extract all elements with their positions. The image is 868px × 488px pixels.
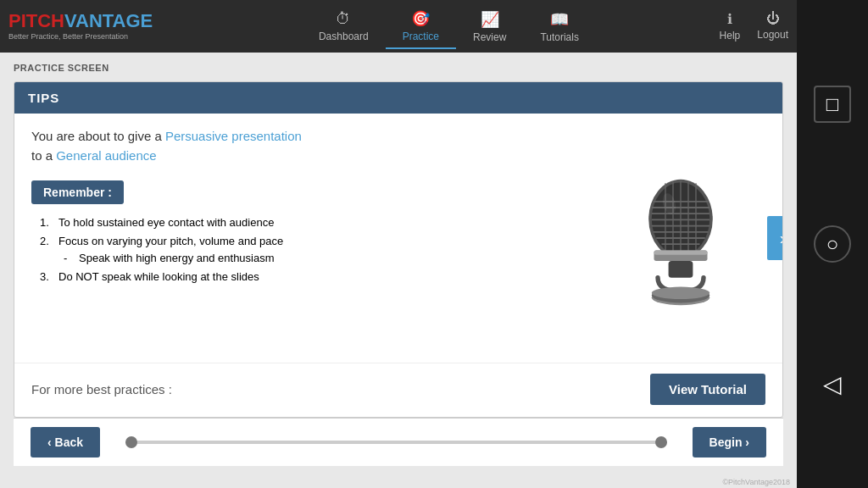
practice-icon: 🎯 [411, 9, 430, 28]
card-body: You are about to give a Persuasive prese… [14, 114, 782, 363]
footer-practices-text: For more best practices : [31, 382, 172, 396]
help-icon: ℹ [727, 11, 732, 27]
nav-item-dashboard[interactable]: ⏱ Dashboard [302, 5, 386, 47]
tip-sub-item: - Speak with high energy and enthusiasm [40, 252, 596, 264]
nav-item-tutorials[interactable]: 📖 Tutorials [523, 5, 596, 48]
intro-link-audience: General audience [56, 148, 156, 163]
svg-rect-17 [669, 261, 693, 278]
review-icon: 📈 [481, 10, 499, 29]
begin-button[interactable]: Begin › [693, 427, 766, 458]
dashboard-icon: ⏱ [336, 10, 351, 28]
logo-text: PITCHVANTAGE [8, 12, 153, 30]
intro-static2: to a [31, 148, 53, 163]
tip-sub-dash: - [64, 252, 79, 264]
tip-text-3: Do NOT speak while looking at the slides [58, 270, 259, 283]
nav-label-logout: Logout [757, 29, 788, 41]
card-left: You are about to give a Persuasive prese… [31, 127, 596, 349]
svg-rect-16 [654, 250, 708, 254]
nav-right: ℹ Help ⏻ Logout [720, 11, 788, 42]
microphone-illustration [613, 162, 748, 314]
back-triangle-icon[interactable]: ◁ [814, 365, 851, 402]
tip-text-2: Focus on varying your pitch, volume and … [58, 235, 283, 247]
remember-badge: Remember : [31, 180, 124, 204]
tip-num-1: 1. [40, 216, 58, 229]
tip-num-3: 3. [40, 270, 58, 283]
progress-dot-left [125, 436, 137, 448]
circle-icon[interactable]: ○ [814, 225, 851, 263]
tutorials-icon: 📖 [550, 10, 569, 29]
copyright: ©PitchVantage2018 [0, 476, 797, 488]
content: PRACTICE SCREEN TIPS You are about to gi… [0, 53, 797, 476]
tip-sub-text: Speak with high energy and enthusiasm [79, 252, 275, 264]
nav-links: ⏱ Dashboard 🎯 Practice 📈 Review 📖 Tutori… [178, 4, 719, 49]
card-title: TIPS [14, 82, 782, 114]
svg-point-20 [652, 287, 709, 299]
card-footer: For more best practices : View Tutorial [14, 363, 782, 417]
nav-label-dashboard: Dashboard [319, 30, 369, 42]
tip-item-1: 1. To hold sustained eye contact with au… [40, 216, 596, 229]
intro-static1: You are about to give a [31, 129, 162, 143]
logo-vantage: VANTAGE [64, 10, 153, 31]
back-button[interactable]: ‹ Back [31, 427, 100, 458]
logout-icon: ⏻ [766, 11, 780, 26]
square-icon[interactable]: □ [814, 86, 851, 123]
navbar: PITCHVANTAGE Better Practice, Better Pre… [0, 0, 797, 53]
tip-num-2: 2. [40, 235, 58, 247]
nav-help[interactable]: ℹ Help [720, 11, 741, 42]
tips-list-container: 1. To hold sustained eye contact with au… [31, 216, 596, 289]
nav-label-practice: Practice [403, 30, 439, 42]
bottom-bar: ‹ Back Begin › [14, 418, 783, 466]
right-panel: □ ○ ◁ [797, 0, 868, 488]
logo-pitch: PITCH [8, 10, 64, 31]
tip-item-2: 2. Focus on varying your pitch, volume a… [40, 235, 596, 247]
intro-text: You are about to give a Persuasive prese… [31, 127, 596, 165]
progress-dot-right [655, 436, 667, 448]
nav-label-tutorials: Tutorials [540, 31, 579, 43]
tip-text-1: To hold sustained eye contact with audie… [58, 216, 274, 229]
nav-label-review: Review [473, 31, 506, 43]
next-arrow[interactable]: › [767, 216, 783, 260]
section-header: PRACTICE SCREEN [14, 63, 783, 73]
progress-track [125, 441, 667, 444]
intro-link-persuasive: Persuasive presentation [165, 129, 302, 143]
card-right [596, 127, 765, 349]
nav-item-review[interactable]: 📈 Review [456, 5, 523, 48]
tip-item-3: 3. Do NOT speak while looking at the sli… [40, 270, 596, 283]
main-area: PITCHVANTAGE Better Practice, Better Pre… [0, 0, 797, 488]
tips-card: TIPS You are about to give a Persuasive … [14, 81, 783, 418]
view-tutorial-button[interactable]: View Tutorial [650, 374, 765, 405]
logo: PITCHVANTAGE Better Practice, Better Pre… [8, 12, 153, 41]
nav-logout[interactable]: ⏻ Logout [757, 11, 788, 42]
nav-label-help: Help [720, 30, 741, 42]
nav-item-practice[interactable]: 🎯 Practice [386, 4, 456, 49]
logo-tagline: Better Practice, Better Presentation [8, 32, 128, 41]
tips-list: 1. To hold sustained eye contact with au… [31, 216, 596, 283]
